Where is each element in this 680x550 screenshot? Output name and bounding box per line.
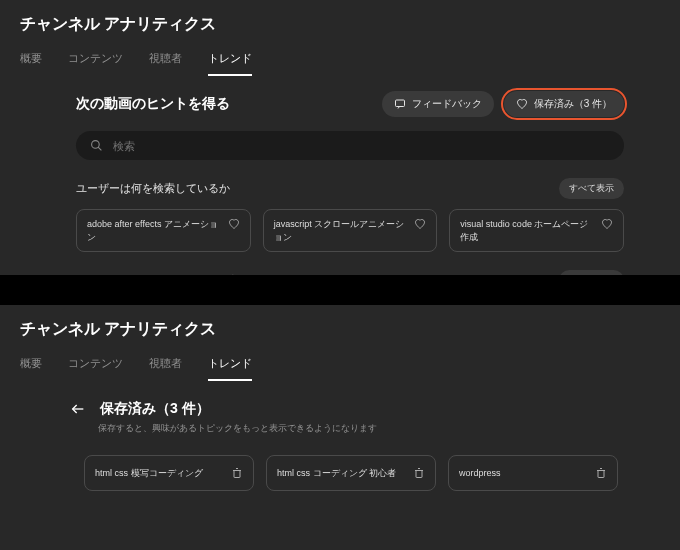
header: チャンネル アナリティクス — [0, 0, 680, 35]
heart-icon[interactable] — [228, 218, 240, 230]
heart-icon — [516, 98, 528, 110]
trash-icon[interactable] — [595, 467, 607, 479]
search-icon — [90, 139, 103, 152]
saved-card-text: wordpress — [459, 468, 595, 478]
show-all-inspiration-button[interactable]: すべて表示 — [559, 270, 624, 275]
header: チャンネル アナリティクス — [0, 305, 680, 340]
saved-content: 保存済み（3 件） 保存すると、興味があるトピックをもっと表示できるようになりま… — [0, 382, 680, 491]
tab-audience[interactable]: 視聴者 — [149, 356, 182, 381]
tabs: 概要 コンテンツ 視聴者 トレンド — [0, 356, 680, 382]
svg-rect-4 — [234, 471, 240, 478]
saved-page-description: 保存すると、興味があるトピックをもっと表示できるようになります — [98, 422, 624, 435]
search-card-text: javascript スクロールアニメーション — [274, 218, 415, 243]
tab-audience[interactable]: 視聴者 — [149, 51, 182, 76]
svg-rect-0 — [395, 100, 404, 107]
saved-card-text: html css 模写コーディング — [95, 467, 231, 480]
search-bar[interactable] — [76, 131, 624, 160]
search-card-text: adobe after effects アニメーション — [87, 218, 228, 243]
saved-card-text: html css コーディング 初心者 — [277, 467, 413, 480]
feedback-label: フィードバック — [412, 97, 482, 111]
saved-button[interactable]: 保存済み（3 件） — [504, 91, 624, 117]
svg-line-2 — [98, 147, 101, 150]
tab-trends[interactable]: トレンド — [208, 51, 252, 76]
search-card[interactable]: adobe after effects アニメーション — [76, 209, 251, 252]
heart-icon[interactable] — [414, 218, 426, 230]
heart-icon[interactable] — [601, 218, 613, 230]
page-title: チャンネル アナリティクス — [20, 319, 660, 340]
tab-overview[interactable]: 概要 — [20, 51, 42, 76]
inspiration-title: インスピレーションをもたらす新しい動画 — [76, 273, 285, 275]
comment-icon — [394, 98, 406, 110]
saved-page-title: 保存済み（3 件） — [100, 400, 210, 418]
search-card-text: visual studio code ホームページ作成 — [460, 218, 601, 243]
saved-card[interactable]: html css 模写コーディング — [84, 455, 254, 491]
search-trends-title: ユーザーは何を検索しているか — [76, 181, 230, 196]
svg-rect-10 — [598, 471, 604, 478]
hints-title: 次の動画のヒントを得る — [76, 95, 230, 113]
tab-overview[interactable]: 概要 — [20, 356, 42, 381]
analytics-saved-panel: チャンネル アナリティクス 概要 コンテンツ 視聴者 トレンド 保存済み（3 件… — [0, 305, 680, 550]
saved-items-row: html css 模写コーディング html css コーディング 初心者 wo… — [84, 455, 624, 491]
trash-icon[interactable] — [413, 467, 425, 479]
page-title: チャンネル アナリティクス — [20, 14, 660, 35]
search-card[interactable]: visual studio code ホームページ作成 — [449, 209, 624, 252]
saved-card[interactable]: wordpress — [448, 455, 618, 491]
trash-icon[interactable] — [231, 467, 243, 479]
search-input[interactable] — [113, 140, 610, 152]
back-arrow-icon[interactable] — [70, 401, 86, 417]
tab-trends[interactable]: トレンド — [208, 356, 252, 381]
search-card[interactable]: javascript スクロールアニメーション — [263, 209, 438, 252]
saved-label: 保存済み（3 件） — [534, 97, 612, 111]
tab-content[interactable]: コンテンツ — [68, 51, 123, 76]
feedback-button[interactable]: フィードバック — [382, 91, 494, 117]
analytics-trends-panel: チャンネル アナリティクス 概要 コンテンツ 視聴者 トレンド 次の動画のヒント… — [0, 0, 680, 275]
search-cards-row: adobe after effects アニメーション javascript ス… — [76, 209, 624, 252]
svg-rect-7 — [416, 471, 422, 478]
tab-content[interactable]: コンテンツ — [68, 356, 123, 381]
saved-card[interactable]: html css コーディング 初心者 — [266, 455, 436, 491]
show-all-searches-button[interactable]: すべて表示 — [559, 178, 624, 199]
svg-point-1 — [92, 141, 100, 149]
tabs: 概要 コンテンツ 視聴者 トレンド — [0, 51, 680, 77]
trends-content: 次の動画のヒントを得る フィードバック 保存済み（3 件） — [0, 77, 680, 275]
